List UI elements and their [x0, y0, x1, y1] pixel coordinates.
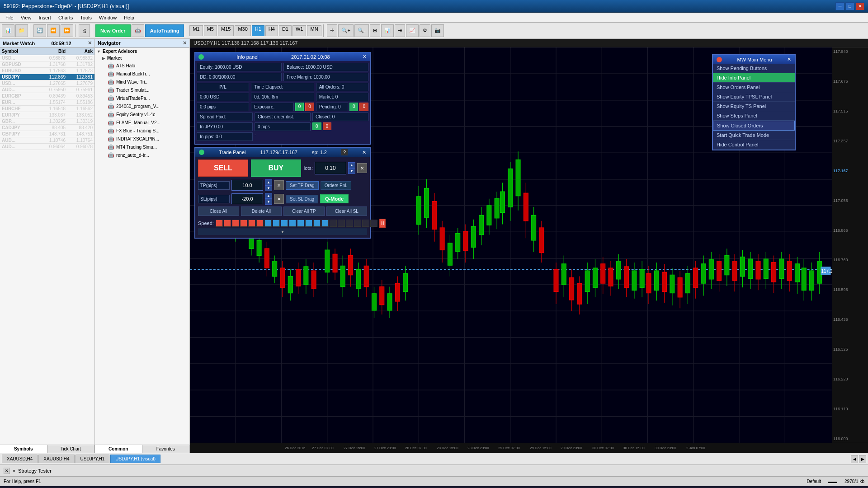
market-watch-row[interactable]: AUD... 0.96064 0.96078: [0, 144, 94, 150]
period-m30[interactable]: M30: [235, 25, 250, 36]
market-watch-row[interactable]: EURJPY 133.037 133.052: [0, 112, 94, 118]
speed-seg-10[interactable]: [289, 220, 296, 227]
menu-show-closed[interactable]: Show Closed Orders: [713, 121, 795, 131]
speed-seg-15[interactable]: [330, 220, 337, 227]
navigator-item[interactable]: 🤖Equity Sentry v1.4c: [95, 110, 189, 118]
pause-button[interactable]: ⏸: [379, 219, 386, 228]
tab-tick-chart[interactable]: Tick Chart: [47, 445, 95, 453]
new-chart-button[interactable]: 📊: [2, 24, 14, 37]
speed-seg-8[interactable]: [273, 220, 280, 227]
indicators-button[interactable]: 📈: [406, 24, 419, 37]
info-panel-close[interactable]: ✕: [363, 54, 367, 60]
period-m15[interactable]: M15: [218, 25, 234, 36]
navigator-close[interactable]: ✕: [183, 40, 187, 46]
screenshot-button[interactable]: 📷: [431, 24, 444, 37]
menu-hide-control[interactable]: Hide Control Panel: [713, 140, 795, 150]
speed-seg-14[interactable]: [321, 220, 329, 227]
scroll-left[interactable]: ◀: [851, 455, 858, 463]
strategy-tester-label[interactable]: Strategy Tester: [18, 468, 52, 474]
speed-seg-6[interactable]: [256, 220, 264, 227]
menu-show-orders[interactable]: Show Orders Panel: [713, 83, 795, 92]
menu-hide-info[interactable]: Hide Info Panel: [713, 73, 795, 83]
menu-show-equity-tpsl[interactable]: Show Equity TPSL Panel: [713, 92, 795, 102]
speed-seg-18[interactable]: [354, 220, 361, 227]
navigator-item[interactable]: ▼Expert Advisors: [95, 48, 189, 55]
speed-seg-5[interactable]: [248, 220, 255, 227]
strategy-tester-close[interactable]: ✕: [4, 468, 10, 474]
speed-seg-17[interactable]: [346, 220, 353, 227]
sl-down[interactable]: ▼: [265, 199, 272, 205]
period-mn[interactable]: MN: [307, 25, 321, 36]
market-watch-row[interactable]: USD... 0.98878 0.98892: [0, 55, 94, 61]
speed-seg-4[interactable]: [240, 220, 247, 227]
menu-help[interactable]: Help: [120, 14, 138, 21]
close-button[interactable]: ✕: [855, 2, 864, 10]
q-mode-button[interactable]: Q-Mode: [320, 194, 349, 203]
market-watch-row[interactable]: AUD... 1.10746 1.10764: [0, 137, 94, 144]
tp-down[interactable]: ▼: [265, 185, 272, 191]
sl-input[interactable]: [231, 193, 263, 204]
navigator-item[interactable]: 🤖FX Blue - Trading S...: [95, 127, 189, 135]
period-m1[interactable]: M1: [189, 25, 203, 36]
speed-seg-11[interactable]: [297, 220, 304, 227]
market-watch-row[interactable]: EURUSD 1.17863 1.17873: [0, 68, 94, 74]
zoom-out-button[interactable]: 🔍-: [354, 24, 369, 37]
speed-seg-2[interactable]: [224, 220, 231, 227]
chart-inner[interactable]: 117.167 Info panel 2017.01.02 10:08 ✕ Eq…: [190, 47, 832, 443]
menu-window[interactable]: Window: [95, 14, 120, 21]
expand-button[interactable]: ▼: [198, 228, 367, 235]
sl-clear[interactable]: ✕: [274, 194, 284, 204]
navigator-item[interactable]: 🤖ATS Halo: [95, 61, 189, 70]
menu-show-pending[interactable]: Show Pending Buttons: [713, 64, 795, 73]
trade-panel-help[interactable]: ?: [341, 149, 348, 155]
clear-all-sl-button[interactable]: Clear All SL: [326, 206, 368, 216]
speed-seg-9[interactable]: [281, 220, 288, 227]
navigator-item[interactable]: 🤖renz_auto_d-tr...: [95, 151, 189, 159]
forward-button[interactable]: ⏩: [61, 24, 73, 37]
navigator-item[interactable]: 🤖Mind Wave Tri...: [95, 78, 189, 86]
market-watch-row[interactable]: EURCHF 1.16548 1.16562: [0, 106, 94, 112]
tab-common[interactable]: Common: [95, 445, 142, 453]
tab-usdjpy-h1-visual[interactable]: USDJPY,H1 (visual): [110, 455, 160, 463]
new-order-button[interactable]: New Order: [95, 24, 131, 37]
delete-all-button[interactable]: Delete All: [241, 206, 282, 216]
print-button[interactable]: 🖨: [79, 24, 90, 37]
market-watch-row[interactable]: GBPJPY 148.731 148.751: [0, 131, 94, 137]
open-button[interactable]: 📁: [15, 24, 28, 37]
templates-button[interactable]: ⚙: [420, 24, 430, 37]
navigator-item[interactable]: ▶Market: [95, 55, 189, 61]
autotrading-button[interactable]: AutoTrading: [145, 24, 184, 37]
market-watch-row[interactable]: EURGBP 0.89439 0.89453: [0, 93, 94, 99]
grid-button[interactable]: ⊞: [370, 24, 380, 37]
speed-seg-13[interactable]: [313, 220, 321, 227]
menu-insert[interactable]: Insert: [35, 14, 55, 21]
period-d1[interactable]: D1: [279, 25, 292, 36]
set-tp-drag-button[interactable]: Set TP Drag: [286, 181, 319, 190]
crosshair-button[interactable]: ✛: [327, 24, 337, 37]
market-watch-row[interactable]: GBPUSD 1.31768 1.31782: [0, 61, 94, 68]
tp-up[interactable]: ▲: [265, 179, 272, 185]
lots-clear[interactable]: ✕: [357, 163, 367, 173]
sl-up[interactable]: ▲: [265, 193, 272, 199]
trade-panel-close[interactable]: ✕: [362, 150, 366, 155]
mw-menu-close[interactable]: ✕: [787, 56, 791, 62]
navigator-item[interactable]: 🤖VirtualTradePa...: [95, 94, 189, 102]
chart-shift-button[interactable]: ⇥: [395, 24, 405, 37]
menu-start-quick[interactable]: Start Quick Trade Mode: [713, 131, 795, 140]
tab-symbols[interactable]: Symbols: [0, 445, 47, 453]
speed-seg-20[interactable]: [370, 220, 377, 227]
speed-seg-16[interactable]: [338, 220, 345, 227]
speed-seg-7[interactable]: [264, 220, 272, 227]
buy-button[interactable]: BUY: [251, 160, 301, 177]
minimize-button[interactable]: ─: [835, 2, 844, 10]
scroll-right[interactable]: ▶: [859, 455, 866, 463]
market-watch-row[interactable]: CADJPY 88.405 88.420: [0, 125, 94, 131]
market-watch-row[interactable]: USD... 1.27665 1.27679: [0, 80, 94, 87]
lots-input[interactable]: [315, 162, 346, 174]
speed-seg-12[interactable]: [305, 220, 312, 227]
navigator-item[interactable]: 🤖Manual BackTr...: [95, 70, 189, 78]
navigator-item[interactable]: 🤖Trader Simulat...: [95, 86, 189, 94]
history-button[interactable]: ⏪: [47, 24, 60, 37]
lots-up[interactable]: ▲: [348, 162, 355, 168]
zoom-in-button[interactable]: 🔍+: [338, 24, 354, 37]
